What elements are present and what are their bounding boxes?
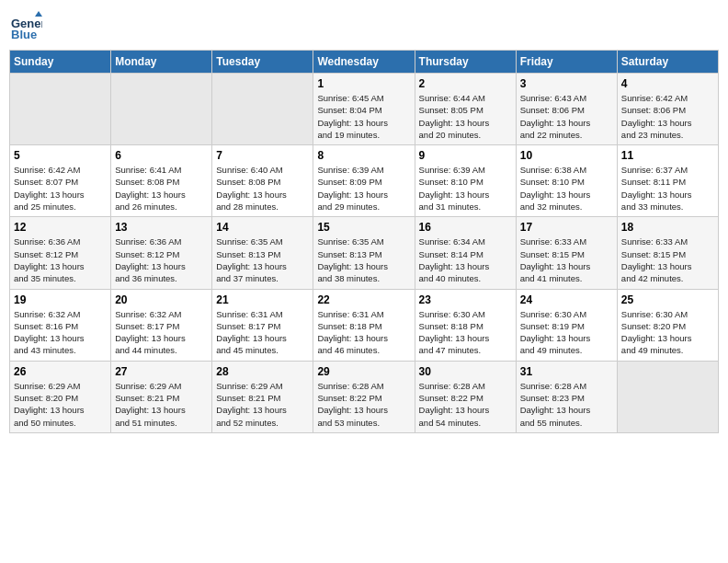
cell-w4-d7: 25Sunrise: 6:30 AMSunset: 8:20 PMDayligh…	[617, 289, 718, 361]
day-number: 6	[115, 149, 208, 162]
cell-w2-d7: 11Sunrise: 6:37 AMSunset: 8:11 PMDayligh…	[617, 145, 718, 217]
day-info: Sunrise: 6:28 AMSunset: 8:22 PMDaylight:…	[317, 380, 410, 429]
day-info: Sunrise: 6:28 AMSunset: 8:22 PMDaylight:…	[419, 380, 512, 429]
cell-w5-d2: 27Sunrise: 6:29 AMSunset: 8:21 PMDayligh…	[111, 361, 212, 432]
day-number: 14	[216, 221, 309, 234]
day-info: Sunrise: 6:41 AMSunset: 8:08 PMDaylight:…	[115, 164, 208, 213]
day-number: 26	[14, 365, 107, 378]
header-thursday: Thursday	[415, 51, 516, 74]
header-friday: Friday	[516, 51, 617, 74]
cell-w3-d2: 13Sunrise: 6:36 AMSunset: 8:12 PMDayligh…	[111, 217, 212, 289]
day-number: 24	[520, 293, 613, 306]
day-info: Sunrise: 6:35 AMSunset: 8:13 PMDaylight:…	[216, 236, 309, 284]
day-number: 28	[216, 365, 309, 378]
day-number: 18	[621, 221, 714, 234]
svg-marker-2	[35, 11, 42, 17]
cell-w2-d3: 7Sunrise: 6:40 AMSunset: 8:08 PMDaylight…	[212, 145, 313, 217]
day-number: 13	[115, 221, 208, 234]
day-number: 20	[115, 293, 208, 306]
page-header: General Blue	[9, 9, 719, 42]
day-info: Sunrise: 6:32 AMSunset: 8:17 PMDaylight:…	[115, 308, 208, 357]
day-info: Sunrise: 6:29 AMSunset: 8:21 PMDaylight:…	[216, 380, 309, 429]
day-number: 17	[520, 221, 613, 234]
cell-w1-d6: 3Sunrise: 6:43 AMSunset: 8:06 PMDaylight…	[516, 74, 617, 145]
day-info: Sunrise: 6:42 AMSunset: 8:07 PMDaylight:…	[14, 164, 107, 213]
day-number: 7	[216, 149, 309, 162]
day-info: Sunrise: 6:39 AMSunset: 8:10 PMDaylight:…	[419, 164, 512, 213]
cell-w2-d4: 8Sunrise: 6:39 AMSunset: 8:09 PMDaylight…	[313, 145, 415, 217]
cell-w4-d5: 23Sunrise: 6:30 AMSunset: 8:18 PMDayligh…	[415, 289, 516, 361]
header-saturday: Saturday	[617, 51, 718, 74]
cell-w5-d4: 29Sunrise: 6:28 AMSunset: 8:22 PMDayligh…	[313, 361, 415, 432]
day-number: 16	[419, 221, 512, 234]
day-number: 10	[520, 149, 613, 162]
day-info: Sunrise: 6:31 AMSunset: 8:18 PMDaylight:…	[317, 308, 410, 357]
week-row-4: 19Sunrise: 6:32 AMSunset: 8:16 PMDayligh…	[10, 289, 719, 361]
logo: General Blue	[9, 9, 46, 42]
week-row-5: 26Sunrise: 6:29 AMSunset: 8:20 PMDayligh…	[10, 361, 719, 432]
day-info: Sunrise: 6:36 AMSunset: 8:12 PMDaylight:…	[14, 236, 107, 284]
cell-w1-d7: 4Sunrise: 6:42 AMSunset: 8:06 PMDaylight…	[617, 74, 718, 145]
day-number: 23	[419, 293, 512, 306]
day-number: 31	[520, 365, 613, 378]
day-number: 21	[216, 293, 309, 306]
day-info: Sunrise: 6:34 AMSunset: 8:14 PMDaylight:…	[419, 236, 512, 284]
cell-w3-d1: 12Sunrise: 6:36 AMSunset: 8:12 PMDayligh…	[10, 217, 111, 289]
cell-w4-d1: 19Sunrise: 6:32 AMSunset: 8:16 PMDayligh…	[10, 289, 111, 361]
cell-w5-d5: 30Sunrise: 6:28 AMSunset: 8:22 PMDayligh…	[415, 361, 516, 432]
cell-w1-d3	[212, 74, 313, 145]
day-number: 30	[419, 365, 512, 378]
day-number: 25	[621, 293, 714, 306]
cell-w2-d5: 9Sunrise: 6:39 AMSunset: 8:10 PMDaylight…	[415, 145, 516, 217]
cell-w3-d6: 17Sunrise: 6:33 AMSunset: 8:15 PMDayligh…	[516, 217, 617, 289]
calendar-table: SundayMondayTuesdayWednesdayThursdayFrid…	[9, 50, 719, 433]
cell-w5-d3: 28Sunrise: 6:29 AMSunset: 8:21 PMDayligh…	[212, 361, 313, 432]
header-monday: Monday	[111, 51, 212, 74]
cell-w5-d6: 31Sunrise: 6:28 AMSunset: 8:23 PMDayligh…	[516, 361, 617, 432]
week-row-1: 1Sunrise: 6:45 AMSunset: 8:04 PMDaylight…	[10, 74, 719, 145]
logo-icon: General Blue	[9, 9, 42, 42]
cell-w1-d2	[111, 74, 212, 145]
day-info: Sunrise: 6:31 AMSunset: 8:17 PMDaylight:…	[216, 308, 309, 357]
day-info: Sunrise: 6:45 AMSunset: 8:04 PMDaylight:…	[317, 92, 410, 141]
day-info: Sunrise: 6:29 AMSunset: 8:21 PMDaylight:…	[115, 380, 208, 429]
day-number: 1	[317, 77, 410, 90]
cell-w3-d7: 18Sunrise: 6:33 AMSunset: 8:15 PMDayligh…	[617, 217, 718, 289]
day-info: Sunrise: 6:35 AMSunset: 8:13 PMDaylight:…	[317, 236, 410, 284]
day-info: Sunrise: 6:30 AMSunset: 8:20 PMDaylight:…	[621, 308, 714, 357]
header-wednesday: Wednesday	[313, 51, 415, 74]
header-tuesday: Tuesday	[212, 51, 313, 74]
cell-w1-d1	[10, 74, 111, 145]
cell-w1-d4: 1Sunrise: 6:45 AMSunset: 8:04 PMDaylight…	[313, 74, 415, 145]
svg-text:Blue: Blue	[11, 28, 37, 41]
day-info: Sunrise: 6:37 AMSunset: 8:11 PMDaylight:…	[621, 164, 714, 213]
day-number: 22	[317, 293, 410, 306]
day-info: Sunrise: 6:28 AMSunset: 8:23 PMDaylight:…	[520, 380, 613, 429]
day-info: Sunrise: 6:44 AMSunset: 8:05 PMDaylight:…	[419, 92, 512, 141]
cell-w4-d6: 24Sunrise: 6:30 AMSunset: 8:19 PMDayligh…	[516, 289, 617, 361]
cell-w3-d5: 16Sunrise: 6:34 AMSunset: 8:14 PMDayligh…	[415, 217, 516, 289]
week-row-3: 12Sunrise: 6:36 AMSunset: 8:12 PMDayligh…	[10, 217, 719, 289]
cell-w5-d7	[617, 361, 718, 432]
header-sunday: Sunday	[10, 51, 111, 74]
cell-w4-d4: 22Sunrise: 6:31 AMSunset: 8:18 PMDayligh…	[313, 289, 415, 361]
day-info: Sunrise: 6:43 AMSunset: 8:06 PMDaylight:…	[520, 92, 613, 141]
day-number: 11	[621, 149, 714, 162]
day-number: 9	[419, 149, 512, 162]
day-info: Sunrise: 6:39 AMSunset: 8:09 PMDaylight:…	[317, 164, 410, 213]
day-info: Sunrise: 6:38 AMSunset: 8:10 PMDaylight:…	[520, 164, 613, 213]
day-number: 27	[115, 365, 208, 378]
day-number: 3	[520, 77, 613, 90]
day-number: 2	[419, 77, 512, 90]
cell-w2-d6: 10Sunrise: 6:38 AMSunset: 8:10 PMDayligh…	[516, 145, 617, 217]
day-info: Sunrise: 6:30 AMSunset: 8:18 PMDaylight:…	[419, 308, 512, 357]
cell-w4-d3: 21Sunrise: 6:31 AMSunset: 8:17 PMDayligh…	[212, 289, 313, 361]
day-number: 5	[14, 149, 107, 162]
day-info: Sunrise: 6:36 AMSunset: 8:12 PMDaylight:…	[115, 236, 208, 284]
day-number: 19	[14, 293, 107, 306]
cell-w1-d5: 2Sunrise: 6:44 AMSunset: 8:05 PMDaylight…	[415, 74, 516, 145]
cell-w2-d2: 6Sunrise: 6:41 AMSunset: 8:08 PMDaylight…	[111, 145, 212, 217]
day-number: 12	[14, 221, 107, 234]
day-info: Sunrise: 6:33 AMSunset: 8:15 PMDaylight:…	[520, 236, 613, 284]
cell-w4-d2: 20Sunrise: 6:32 AMSunset: 8:17 PMDayligh…	[111, 289, 212, 361]
